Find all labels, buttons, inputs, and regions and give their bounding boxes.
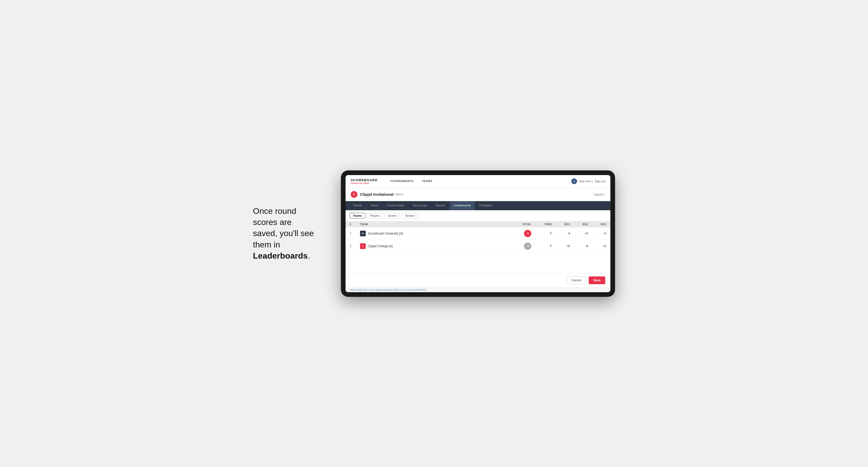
table-row: 1 SU Scoreboard University [A] -5 F -4 +… — [345, 227, 610, 240]
page-wrapper: Once round scores are saved, you'll see … — [253, 170, 615, 297]
tab-leaderboards[interactable]: Leaderboards — [450, 201, 475, 210]
row2-rd1: +8 — [552, 244, 570, 248]
col-rank: # — [350, 223, 360, 226]
nav-right: S Test User | Sign out — [571, 179, 605, 184]
table-header: # TEAM TOTAL THRU RD1 RD2 RD3 — [345, 221, 610, 227]
col-team: TEAM — [360, 223, 505, 226]
row1-total: -5 — [505, 230, 531, 237]
tab-printables[interactable]: Printables — [476, 201, 496, 210]
logo-powered: Powered by clippd — [351, 182, 378, 184]
row2-total: +3 — [505, 243, 531, 250]
tournament-subtitle: (Men) — [395, 193, 403, 196]
tablet-screen: SCOREBOARD Powered by clippd TOURNAMENTS… — [345, 175, 610, 292]
user-name: Test User | — [579, 180, 593, 183]
description-punctuation: . — [308, 251, 310, 260]
tab-course-setup[interactable]: Course Setup — [383, 201, 408, 210]
tournament-logo: C — [351, 191, 358, 198]
bottom-bar: Cancel Save — [345, 273, 610, 287]
row2-thru: F — [531, 244, 552, 248]
row1-total-badge: -5 — [524, 230, 531, 237]
user-avatar: S — [571, 179, 577, 184]
nav-teams[interactable]: TEAMS — [418, 175, 437, 188]
row2-team-logo: C — [360, 243, 366, 249]
row2-rank: 2 — [350, 244, 360, 248]
filter-bar: Teams Players Scores Strokes — [345, 210, 610, 221]
tab-bar: Details Teams Course Setup Tee Groups Re… — [345, 201, 610, 210]
tab-details[interactable]: Details — [350, 201, 366, 210]
nav-items: TOURNAMENTS TEAMS — [386, 175, 437, 188]
row1-thru: F — [531, 232, 552, 235]
url-text: https://stage-blue-coach.stagescoreboard… — [350, 288, 426, 291]
description-line2: scores are — [253, 217, 291, 227]
tournament-cancel-button[interactable]: Cancel × — [594, 193, 605, 196]
description-bold: Leaderboards — [253, 251, 308, 260]
nav-tournaments[interactable]: TOURNAMENTS — [386, 175, 418, 188]
logo-area: SCOREBOARD Powered by clippd — [351, 178, 378, 184]
filter-strokes[interactable]: Strokes — [402, 213, 418, 218]
row1-rank: 1 — [350, 232, 360, 235]
col-total: TOTAL — [505, 223, 531, 226]
content-area: # TEAM TOTAL THRU RD1 RD2 RD3 1 SU Score… — [345, 221, 610, 273]
description-line3: saved, you'll see — [253, 228, 314, 238]
top-nav: SCOREBOARD Powered by clippd TOURNAMENTS… — [345, 175, 610, 188]
row1-rd3: -6 — [588, 232, 606, 235]
logo-text: SCOREBOARD — [351, 178, 378, 182]
row2-team-cell: C Clippd College [A] — [360, 243, 505, 249]
row1-team-name: Scoreboard University [A] — [368, 232, 403, 235]
tournament-title: Clippd Invitational — [360, 192, 394, 196]
left-description: Once round scores are saved, you'll see … — [253, 206, 326, 261]
save-button[interactable]: Save — [589, 276, 605, 284]
tab-tee-groups[interactable]: Tee Groups — [409, 201, 431, 210]
row1-team-logo: SU — [360, 231, 366, 236]
col-rd1: RD1 — [552, 223, 570, 226]
table-row: 2 C Clippd College [A] +3 F +8 -8 +3 — [345, 240, 610, 253]
description-line1: Once round — [253, 206, 296, 216]
row1-rd1: -4 — [552, 232, 570, 235]
tournament-header: C Clippd Invitational (Men) Cancel × — [345, 188, 610, 201]
filter-teams[interactable]: Teams — [350, 213, 365, 218]
col-thru: THRU — [531, 223, 552, 226]
tab-results[interactable]: Results — [432, 201, 449, 210]
tab-teams[interactable]: Teams — [367, 201, 382, 210]
sign-out-link[interactable]: Sign out — [595, 180, 605, 183]
filter-scores[interactable]: Scores — [384, 213, 400, 218]
description-line4: them in — [253, 240, 280, 249]
tablet-frame: SCOREBOARD Powered by clippd TOURNAMENTS… — [341, 170, 615, 297]
filter-players[interactable]: Players — [367, 213, 383, 218]
url-bar: https://stage-blue-coach.stagescoreboard… — [345, 287, 610, 292]
col-rd2: RD2 — [570, 223, 588, 226]
row2-rd3: +3 — [588, 244, 606, 248]
row1-team-cell: SU Scoreboard University [A] — [360, 231, 505, 236]
col-rd3: RD3 — [588, 223, 606, 226]
row2-rd2: -8 — [570, 244, 588, 248]
row1-rd2: +5 — [570, 232, 588, 235]
cancel-button[interactable]: Cancel — [567, 276, 586, 284]
row2-total-badge: +3 — [524, 243, 531, 250]
row2-team-name: Clippd College [A] — [368, 244, 393, 248]
